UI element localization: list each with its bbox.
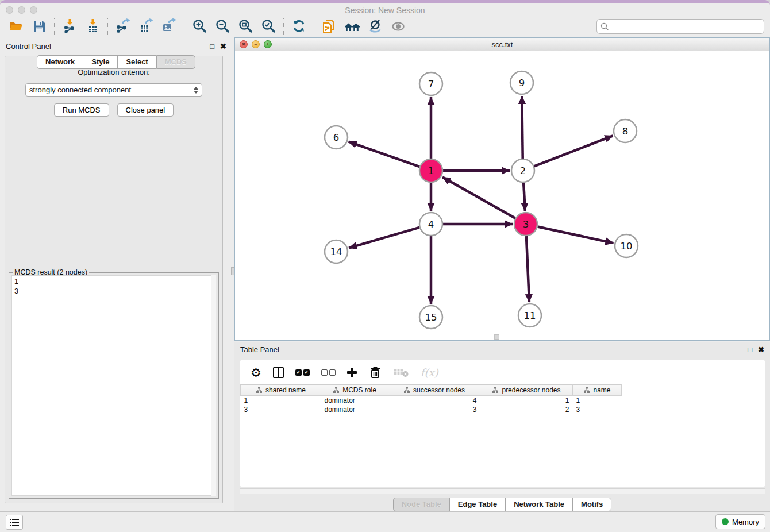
mcds-result-text[interactable]: 13 — [11, 275, 216, 496]
table-container: ⚙ ✓✓ — [240, 360, 765, 487]
show-hide-details-button[interactable] — [387, 17, 410, 36]
function-builder-button[interactable]: f(x) — [421, 364, 438, 381]
delete-column-button[interactable] — [368, 364, 382, 381]
node-7[interactable]: 7 — [419, 72, 442, 95]
node-15[interactable]: 15 — [419, 306, 442, 329]
save-session-button[interactable] — [28, 17, 51, 36]
table-cell[interactable]: 3 — [573, 405, 622, 414]
column-header-successor-nodes[interactable]: successor nodes — [388, 385, 480, 396]
node-3[interactable]: 3 — [514, 213, 537, 236]
column-header-name[interactable]: name — [573, 385, 622, 396]
table-cell[interactable]: 1 — [241, 396, 321, 405]
minimize-network-icon[interactable]: − — [252, 40, 260, 48]
maximize-network-icon[interactable]: + — [264, 40, 272, 48]
result-scrollbar[interactable] — [211, 275, 216, 496]
edge-3-10[interactable] — [538, 226, 614, 243]
node-6[interactable]: 6 — [325, 126, 348, 149]
memory-button[interactable]: Memory — [715, 514, 765, 529]
table-tab-network-table[interactable]: Network Table — [505, 498, 572, 511]
tab-network[interactable]: Network — [37, 55, 83, 69]
duplicate-network-button[interactable] — [318, 17, 341, 36]
table-cell[interactable]: 1 — [480, 396, 573, 405]
zoom-fit-button[interactable] — [234, 17, 257, 36]
table-tab-node-table[interactable]: Node Table — [393, 498, 449, 511]
table-hscrollbar[interactable] — [240, 488, 765, 494]
table-cell[interactable]: 2 — [480, 405, 573, 414]
table-cell[interactable]: 3 — [388, 405, 480, 414]
toolbar-separator — [54, 18, 55, 35]
select-all-columns-button[interactable]: ✓✓ — [295, 364, 310, 381]
main-toolbar — [0, 16, 770, 37]
node-14[interactable]: 14 — [325, 240, 348, 263]
export-table-button[interactable] — [134, 17, 157, 36]
node-9[interactable]: 9 — [510, 71, 533, 94]
node-11[interactable]: 11 — [518, 304, 541, 327]
column-header-shared-name[interactable]: shared name — [241, 385, 321, 396]
criterion-select[interactable]: strongly connected component — [25, 83, 202, 97]
import-network-button[interactable] — [58, 17, 81, 36]
network-canvas[interactable]: 7968124314101511 — [235, 51, 769, 340]
table-row: 3dominator323 — [241, 405, 622, 414]
table-cell[interactable]: dominator — [321, 396, 388, 405]
delete-table-button[interactable] — [394, 364, 409, 381]
tab-style[interactable]: Style — [83, 55, 117, 69]
float-panel-icon[interactable]: □ — [210, 42, 214, 51]
close-panel-button[interactable]: Close panel — [117, 103, 174, 117]
node-label: 8 — [622, 126, 629, 137]
add-column-button[interactable] — [347, 364, 357, 381]
edge-2-3[interactable] — [523, 183, 525, 211]
zoom-out-button[interactable] — [211, 17, 234, 36]
result-line: 1 — [14, 277, 213, 287]
table-cell[interactable]: 1 — [573, 396, 622, 405]
node-table: shared nameMCDS rolesuccessor nodesprede… — [240, 384, 622, 414]
canvas-scrollbar-handle[interactable] — [494, 334, 499, 340]
first-neighbors-button[interactable] — [341, 17, 364, 36]
close-table-panel-icon[interactable]: ✖ — [758, 345, 764, 354]
node-10[interactable]: 10 — [615, 234, 638, 257]
table-panel-header: Table Panel □ ✖ — [234, 342, 770, 357]
export-network-button[interactable] — [111, 17, 134, 36]
table-panel: Table Panel □ ✖ ⚙ ✓✓ — [234, 342, 770, 511]
zoom-in-button[interactable] — [188, 17, 211, 36]
search-input[interactable] — [611, 22, 760, 31]
float-table-panel-icon[interactable]: □ — [748, 345, 752, 354]
table-cell[interactable]: 3 — [241, 405, 321, 414]
close-panel-icon[interactable]: ✖ — [220, 42, 226, 51]
close-network-icon[interactable]: ✕ — [240, 40, 248, 48]
task-history-button[interactable] — [6, 515, 23, 530]
edge-1-6[interactable] — [349, 142, 419, 167]
table-cell[interactable]: 4 — [388, 396, 480, 405]
checked-boxes-icon: ✓✓ — [295, 369, 310, 376]
tab-select[interactable]: Select — [117, 55, 156, 69]
table-settings-button[interactable]: ⚙ — [251, 364, 261, 381]
node-label: 4 — [428, 219, 434, 230]
edge-2-8[interactable] — [534, 136, 613, 166]
column-header-MCDS-role[interactable]: MCDS role — [321, 385, 388, 396]
right-column: ✕ − + scc.txt 79681243141015 — [234, 37, 770, 511]
table-tab-motifs[interactable]: Motifs — [572, 498, 611, 511]
apply-layout-button[interactable] — [287, 17, 310, 36]
node-label: 1 — [428, 165, 434, 176]
network-window-titlebar[interactable]: ✕ − + scc.txt — [235, 38, 769, 51]
table-tab-edge-table[interactable]: Edge Table — [449, 498, 505, 511]
node-8[interactable]: 8 — [614, 119, 637, 142]
run-mcds-button[interactable]: Run MCDS — [54, 103, 109, 117]
unselect-all-columns-button[interactable] — [321, 364, 336, 381]
import-table-button[interactable] — [81, 17, 104, 36]
table-cell[interactable]: dominator — [321, 405, 388, 414]
open-session-button[interactable] — [5, 17, 28, 36]
column-header-predecessor-nodes[interactable]: predecessor nodes — [480, 385, 573, 396]
export-image-button[interactable] — [157, 17, 180, 36]
edge-2-9[interactable] — [522, 96, 522, 159]
split-view-button[interactable] — [273, 364, 284, 381]
edge-4-14[interactable] — [349, 228, 419, 248]
tab-mcds[interactable]: MCDS — [156, 55, 195, 69]
node-4[interactable]: 4 — [419, 213, 442, 236]
edge-3-1[interactable] — [442, 177, 515, 218]
node-1[interactable]: 1 — [419, 159, 442, 182]
edge-3-11[interactable] — [526, 236, 529, 302]
graphics-details-button[interactable] — [364, 17, 387, 36]
status-bar: Memory — [0, 511, 770, 532]
zoom-selected-button[interactable] — [257, 17, 280, 36]
node-2[interactable]: 2 — [511, 159, 534, 182]
